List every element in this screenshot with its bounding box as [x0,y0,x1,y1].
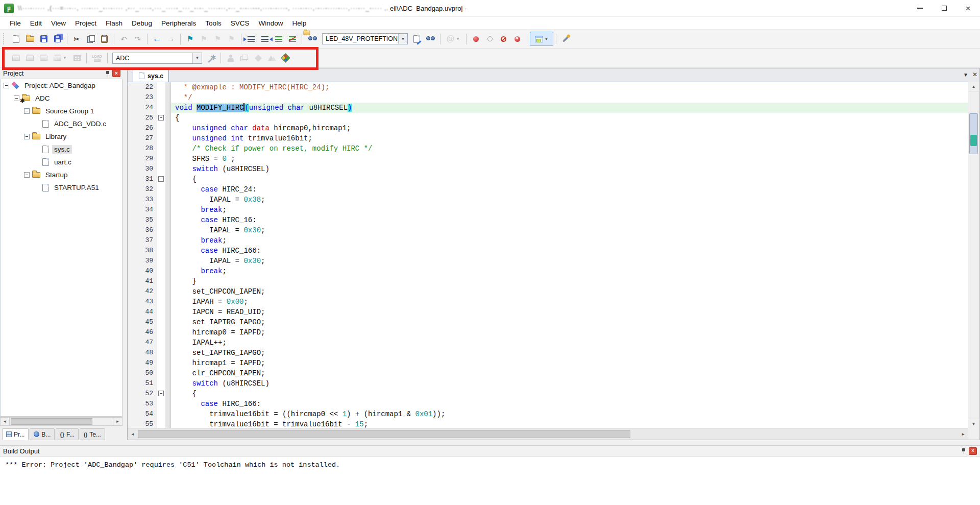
code-line[interactable]: 36 IAPAL = 0x30; [128,225,968,235]
paste-button[interactable] [97,32,111,45]
tree-item-uart-c[interactable]: uart.c [1,156,122,169]
code-line[interactable]: 31 { [128,174,968,184]
code-line[interactable]: 47 IAPAL++; [128,338,968,348]
fold-collapse-icon[interactable] [158,115,164,121]
menu-project[interactable]: Project [70,18,101,29]
menu-edit[interactable]: Edit [26,18,46,29]
code-line[interactable]: 35 case HIRC_16: [128,215,968,225]
scroll-right-button[interactable]: ► [958,429,968,439]
project-panel-close-button[interactable]: × [112,69,120,77]
scroll-right-button[interactable]: ► [113,418,122,425]
expand-collapse-toggle[interactable] [24,134,30,139]
new-file-button[interactable] [9,32,23,45]
save-all-button[interactable] [51,32,64,45]
code-line[interactable]: 33 IAPAL = 0x38; [128,195,968,205]
save-button[interactable] [37,32,51,45]
pin-icon[interactable] [105,70,110,77]
rebuild-button[interactable] [37,52,51,65]
pin-icon[interactable] [961,448,966,454]
code-line[interactable]: 27 unsigned int trimvalue16bit; [128,133,968,143]
code-line[interactable]: 45 set_IAPTRG_IAPGO; [128,317,968,327]
expand-collapse-toggle[interactable] [24,172,30,178]
prev-bookmark-button[interactable]: ⚑ [197,32,211,45]
code-line[interactable]: 40 break; [128,266,968,276]
code-line[interactable]: 51 switch (u8HIRCSEL) [128,378,968,389]
next-bookmark-button[interactable]: ⚑ [211,32,225,45]
fold-margin[interactable] [157,174,165,184]
editor-vscrollbar[interactable]: ▲ ▼ [968,82,979,428]
uncomment-selection-button[interactable] [285,32,299,45]
pack-installer-button[interactable] [265,52,279,65]
code-line[interactable]: 37 break; [128,235,968,246]
menu-help[interactable]: Help [288,18,311,29]
window-layout-button[interactable]: ▼ [530,32,553,46]
menu-peripherals[interactable]: Peripherals [157,18,201,29]
code-line[interactable]: 42 set_CHPCON_IAPEN; [128,286,968,297]
insert-breakpoint-button[interactable] [469,32,483,45]
clear-bookmarks-button[interactable]: ⚑ [225,32,238,45]
disable-all-breakpoints-button[interactable] [497,32,510,45]
panel-tab-pr[interactable]: Pr... [2,428,29,440]
configure-button[interactable] [559,32,573,45]
editor-hscrollbar[interactable]: ◄ ► [128,428,968,440]
code-line[interactable]: 54 trimvalue16bit = ((hircmap0 << 1) + (… [128,409,968,419]
maximize-button[interactable] [932,0,956,17]
manage-project-items-button[interactable] [224,52,237,65]
code-line[interactable]: 34 break; [128,205,968,215]
tree-item-source-group-1[interactable]: Source Group 1 [1,105,122,117]
scrollbar-thumb[interactable] [969,113,978,154]
code-line[interactable]: 55 trimvalue16bit = trimvalue16bit - 15; [128,419,968,428]
code-line[interactable]: 53 case HIRC_166: [128,399,968,409]
navigate-forward-button[interactable]: → [164,32,178,45]
tree-item-adc[interactable]: ✱ADC [1,92,122,105]
scroll-down-button[interactable]: ▼ [968,419,979,428]
scroll-left-button[interactable]: ◄ [128,429,138,439]
code-line[interactable]: 50 clr_CHPCON_IAPEN; [128,368,968,378]
minimize-button[interactable] [908,0,932,17]
toggle-bookmark-button[interactable]: ⚑ [183,32,197,45]
scrollbar-thumb[interactable] [138,430,630,438]
batch-build-button[interactable]: ▼ [51,52,70,65]
code-line[interactable]: 26 unsigned char data hircmap0,hircmap1; [128,123,968,133]
file-extensions-button[interactable] [237,52,251,65]
scroll-left-button[interactable]: ◄ [1,418,10,425]
panel-tab-te[interactable]: ()Te... [80,428,105,440]
copy-button[interactable] [84,32,97,45]
code-line[interactable]: 23 */ [128,92,968,103]
download-to-flash-button[interactable]: LOAD [89,52,105,65]
navigate-back-button[interactable]: ← [150,32,164,45]
menu-debug[interactable]: Debug [127,18,157,29]
target-select[interactable]: ADC ▼ [112,53,202,64]
unindent-button[interactable] [244,32,258,45]
code-line[interactable]: 44 IAPCN = READ_UID; [128,307,968,317]
toolbar-grip[interactable] [3,53,7,64]
stop-build-button[interactable] [70,52,84,65]
panel-tab-b[interactable]: B... [30,428,55,440]
options-for-target-button[interactable] [204,52,218,65]
expand-collapse-toggle[interactable] [4,83,9,88]
code-editor[interactable]: 22 * @exmaple : MODIFY_HIRC(HIRC_24);23 … [128,82,968,428]
translate-button[interactable] [9,52,23,65]
tree-item-project-adc-bandgap[interactable]: Project: ADC_Bandgap [1,79,122,92]
enable-breakpoint-button[interactable] [483,32,497,45]
cut-button[interactable]: ✂ [70,32,84,45]
indent-button[interactable] [258,32,272,45]
toolbar-grip[interactable] [3,33,7,44]
manage-runtime-environment-button[interactable] [279,52,292,65]
panel-tab-f[interactable]: {}F... [56,428,79,440]
fold-collapse-icon[interactable] [158,176,164,182]
tree-item-sys-c[interactable]: sys.c [1,143,122,156]
build-output-close-button[interactable]: × [969,447,977,455]
close-document-button[interactable]: ✕ [972,71,977,78]
open-file-button[interactable] [23,32,37,45]
find-in-files-button[interactable] [305,32,320,45]
select-software-packs-button[interactable] [251,52,265,65]
code-line[interactable]: 43 IAPAH = 0x00; [128,297,968,307]
scrollbar-thumb[interactable] [11,418,92,425]
search-combobox[interactable]: LED_48V_PROTEFTION_R ▼ [322,33,408,44]
undo-button[interactable]: ↶ [117,32,131,45]
tab-sys-c[interactable]: sys.c [133,69,169,82]
tree-item-startup[interactable]: Startup [1,169,122,181]
menu-tools[interactable]: Tools [201,18,226,29]
code-line[interactable]: 49 hircmap1 = IAPFD; [128,358,968,368]
